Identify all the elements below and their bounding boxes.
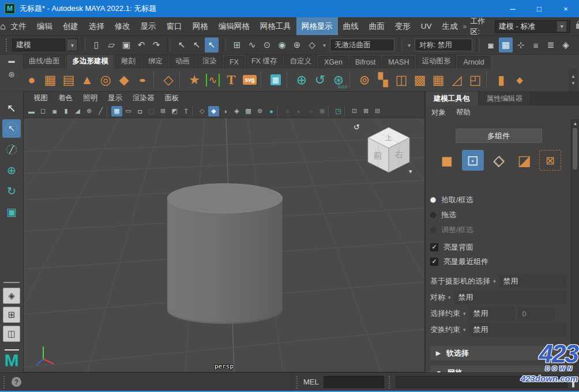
snap-more-arrow[interactable]: ▾ xyxy=(321,42,328,48)
shadows-icon[interactable]: ● xyxy=(266,106,277,116)
panel-tab[interactable]: 建模工具包 xyxy=(426,92,479,105)
bookmark-icon[interactable]: ▮ xyxy=(61,106,72,116)
checkbox-row[interactable]: ✓ 亮显最近组件 xyxy=(430,254,567,269)
textured-icon[interactable]: ◑ xyxy=(220,106,231,116)
scale-tool[interactable]: ▣ xyxy=(2,202,21,221)
combine-icon[interactable]: ▚ xyxy=(374,71,392,89)
shelf-scroll-up[interactable]: ▲ xyxy=(571,74,576,79)
statusline-grip[interactable] xyxy=(6,39,7,51)
lock-camera-icon[interactable]: ◻ xyxy=(37,106,48,116)
edge-mode-icon[interactable]: ◇ xyxy=(488,150,510,171)
smooth-mesh-icon[interactable]: ⊚ xyxy=(356,71,373,89)
panel-scrollbar[interactable]: ▲ xyxy=(571,119,579,373)
face-mode-icon[interactable]: ◪ xyxy=(513,150,535,171)
shelf-tab[interactable]: 运动图形 xyxy=(416,54,456,69)
mel-input-field[interactable] xyxy=(324,376,384,388)
platonic-solid-icon[interactable]: ◇ xyxy=(160,71,177,89)
save-scene-icon[interactable]: ▣ xyxy=(119,37,133,52)
channel-box-icon[interactable]: ≡ xyxy=(529,37,543,52)
fog-icon[interactable]: ≈ xyxy=(282,106,293,116)
shelf-tab[interactable]: 雕刻 xyxy=(115,54,141,69)
safe-title-icon[interactable]: T xyxy=(181,106,191,116)
shelf-tab[interactable]: 自定义 xyxy=(284,54,317,69)
viewcube-right-label[interactable]: 右 xyxy=(394,149,404,159)
menu-item[interactable]: 生成 xyxy=(437,17,463,35)
commandline-grip[interactable] xyxy=(296,376,299,389)
shelf-tab[interactable]: 绑定 xyxy=(142,54,168,69)
shelf-tab[interactable]: 动画 xyxy=(170,54,195,69)
motion-blur-icon[interactable]: ◐ xyxy=(294,106,304,116)
radio-row[interactable]: 拾取/框选 xyxy=(430,193,567,208)
safe-action-icon[interactable]: ◩ xyxy=(169,106,180,116)
radio-row[interactable]: 拖选 xyxy=(430,208,567,223)
move-tool[interactable]: ⊕ xyxy=(2,161,21,179)
dropdown-arrow[interactable]: ▾ xyxy=(463,311,466,316)
ui-elements-icon[interactable]: ▦ xyxy=(267,71,284,89)
construction-plane-icon[interactable]: ⊕ xyxy=(293,71,310,89)
undo-icon[interactable]: ↶ xyxy=(134,37,148,52)
curve-warp-icon[interactable]: ★ xyxy=(186,71,203,89)
menu-item[interactable]: 网格工具 xyxy=(255,17,296,35)
shelf-tab[interactable]: Bifrost xyxy=(349,56,381,69)
svg-tool-icon[interactable]: svg xyxy=(241,71,258,89)
select-hierarchy-icon[interactable]: ↖ xyxy=(175,37,189,52)
multi-mode-icon[interactable]: ⊠ xyxy=(539,150,561,171)
viewport-menu-item[interactable]: 渲染器 xyxy=(127,93,160,103)
dropdown-value[interactable]: 禁用 xyxy=(499,274,567,288)
constraint-extra-field[interactable]: 0 xyxy=(518,308,555,320)
view-cube[interactable]: 上 前 右 xyxy=(364,125,413,175)
mel-label[interactable]: MEL xyxy=(303,378,319,386)
multi-cut-icon[interactable]: ◆ xyxy=(511,71,528,89)
freeze-transform-icon[interactable]: ⊛0,0,0 xyxy=(330,71,347,89)
redo-icon[interactable]: ↷ xyxy=(149,37,163,52)
shelf-minimize-icon[interactable]: ▬ xyxy=(9,57,15,64)
shelf-tab[interactable]: MASH xyxy=(382,56,415,69)
symmetry-row[interactable]: 对称 ▾ 禁用 xyxy=(430,289,567,306)
viewport-menu-item[interactable]: 着色 xyxy=(53,93,78,103)
display-layers-icon[interactable]: ◈ xyxy=(559,37,573,52)
pan-zoom-icon[interactable]: ⊕ xyxy=(84,106,95,116)
menu-item[interactable]: 创建 xyxy=(58,17,84,35)
panel-menu-item[interactable]: 帮助 xyxy=(456,108,471,118)
menu-item[interactable]: 网格 xyxy=(187,17,213,35)
viewport-menu-item[interactable]: 照明 xyxy=(78,93,103,103)
multi-component-button[interactable]: 多组件 xyxy=(456,129,542,143)
snap-projected-center-icon[interactable]: ◉ xyxy=(275,37,289,52)
select-camera-icon[interactable]: ▬ xyxy=(26,106,37,116)
dropdown-arrow[interactable]: ▾ xyxy=(448,295,451,300)
transform-constraint-row[interactable]: 变换约束 ▾ 禁用 xyxy=(430,322,567,338)
cylinder-mesh[interactable] xyxy=(167,198,283,324)
poly-sphere-icon[interactable]: ● xyxy=(23,71,40,89)
shelf-tab[interactable]: Arnold xyxy=(457,56,490,69)
image-plane-icon[interactable]: ◢ xyxy=(72,106,83,116)
layout-single-pane-button[interactable]: ◈ xyxy=(3,288,20,304)
active-surface-field[interactable]: 无激活曲面 xyxy=(330,39,394,51)
layout-two-pane-button[interactable]: ◫ xyxy=(3,326,20,342)
menu-item[interactable]: 窗口 xyxy=(161,17,187,35)
depth-peel-icon[interactable]: ▣ xyxy=(317,106,328,116)
menu-item[interactable]: 显示 xyxy=(136,17,161,35)
rotate-tool[interactable]: ↻ xyxy=(2,182,21,200)
symmetry-dropdown-arrow[interactable]: ▾ xyxy=(406,42,412,48)
menu-item[interactable]: 修改 xyxy=(110,17,136,35)
poly-plane-icon[interactable]: ◆ xyxy=(115,71,133,89)
workspace-dropdown-arrow[interactable]: ▾ xyxy=(557,21,566,32)
viewcube-top-label[interactable]: 上 xyxy=(385,134,392,142)
poly-cylinder-icon[interactable]: ▤ xyxy=(60,71,77,89)
select-tool[interactable]: ↖ xyxy=(2,99,21,117)
menu-set-dropdown-arrow[interactable]: ▾ xyxy=(67,39,78,51)
make-live-icon[interactable]: ◇ xyxy=(305,37,319,52)
menu-item[interactable]: 文件 xyxy=(6,17,32,35)
grid-icon[interactable]: ▦ xyxy=(111,106,122,116)
camera-based-selection-row[interactable]: 基于摄影机的选择 ▾ 禁用 xyxy=(430,273,567,289)
snap-view-plane-icon[interactable]: ⊕ xyxy=(290,37,304,52)
helpline-grip[interactable] xyxy=(3,376,6,389)
minimize-button[interactable]: ─ xyxy=(499,0,526,17)
isolate-select-icon[interactable]: ◳ xyxy=(333,106,344,116)
poly-disc-icon[interactable]: ● xyxy=(134,71,151,89)
snap-grid-icon[interactable]: ⊞ xyxy=(230,37,244,52)
shelf-tab[interactable]: XGen xyxy=(318,56,348,69)
scrollbar-thumb[interactable] xyxy=(573,128,577,169)
menu-set-select[interactable]: 建模 xyxy=(12,39,65,51)
open-scene-icon[interactable]: ▱ xyxy=(104,37,118,52)
